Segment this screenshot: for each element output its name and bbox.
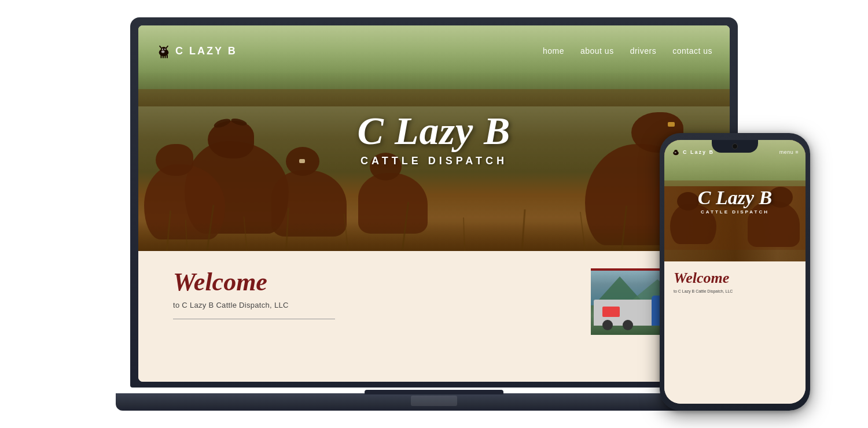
hero-title: C Lazy B: [358, 109, 511, 153]
laptop-body: [116, 393, 752, 411]
site-nav: home about us drivers contact us: [543, 46, 712, 56]
phone-welcome-section: Welcome to C Lazy B Cattle Dispatch, LLC: [664, 261, 806, 404]
phone-logo-text: C Lazy B: [683, 149, 714, 155]
nav-drivers[interactable]: drivers: [630, 46, 657, 56]
welcome-subtitle: to C Lazy B Cattle Dispatch, LLC: [173, 301, 573, 309]
hero-title-block: C Lazy B CATTLE DISPATCH: [358, 109, 511, 167]
truck-wheel-mid: [623, 320, 633, 330]
welcome-title: Welcome: [173, 268, 573, 296]
site-logo: C Lazy B: [156, 43, 237, 59]
phone-hero-title: C Lazy B: [671, 187, 799, 208]
svg-point-10: [161, 50, 165, 53]
svg-line-3: [166, 46, 168, 49]
phone-hero-title-block: C Lazy B CATTLE DISPATCH: [671, 187, 799, 215]
svg-rect-7: [163, 55, 164, 58]
phone-welcome-title: Welcome: [674, 270, 796, 287]
welcome-text-block: Welcome to C Lazy B Cattle Dispatch, LLC: [173, 268, 573, 319]
phone-camera: [732, 143, 738, 149]
nav-contact[interactable]: contact us: [672, 46, 712, 56]
welcome-section: Welcome to C Lazy B Cattle Dispatch, LLC: [138, 251, 730, 382]
scene: C Lazy B home about us drivers contact u…: [0, 0, 868, 428]
laptop-screen: C Lazy B home about us drivers contact u…: [138, 25, 730, 382]
laptop-hinge: [365, 390, 503, 394]
phone-notch: [712, 140, 758, 153]
nav-about[interactable]: about us: [580, 46, 614, 56]
phone-hero-subtitle: CATTLE DISPATCH: [671, 209, 799, 215]
svg-point-13: [675, 152, 676, 153]
site-header: C Lazy B home about us drivers contact u…: [138, 25, 730, 76]
phone-hero: C Lazy B menu ≡ C Lazy B CATTLE DISPATCH: [664, 140, 806, 261]
phone-menu-button[interactable]: menu ≡: [779, 149, 799, 155]
phone-screen: C Lazy B menu ≡ C Lazy B CATTLE DISPATCH…: [664, 140, 806, 404]
laptop-lid: C Lazy B home about us drivers contact u…: [130, 17, 738, 388]
cow-icon: [156, 43, 172, 59]
logo-text: C Lazy B: [175, 45, 237, 57]
truck-wheel-front: [602, 320, 613, 330]
nav-home[interactable]: home: [543, 46, 564, 56]
hero-subtitle: CATTLE DISPATCH: [358, 155, 511, 167]
svg-line-2: [160, 46, 161, 49]
phone-cow-icon: [671, 147, 681, 157]
truck-trailer-logo: [602, 307, 620, 317]
hero-section: C Lazy B home about us drivers contact u…: [138, 25, 730, 251]
svg-rect-8: [164, 55, 165, 58]
laptop-device: C Lazy B home about us drivers contact u…: [116, 17, 752, 411]
svg-rect-6: [160, 55, 161, 58]
phone-body: C Lazy B menu ≡ C Lazy B CATTLE DISPATCH…: [660, 133, 810, 411]
welcome-divider: [173, 319, 335, 319]
svg-point-4: [162, 49, 163, 50]
svg-rect-9: [167, 55, 168, 58]
phone-welcome-subtitle: to C Lazy B Cattle Dispatch, LLC: [674, 289, 796, 293]
svg-point-5: [164, 49, 165, 50]
phone-device: C Lazy B menu ≡ C Lazy B CATTLE DISPATCH…: [660, 133, 810, 411]
